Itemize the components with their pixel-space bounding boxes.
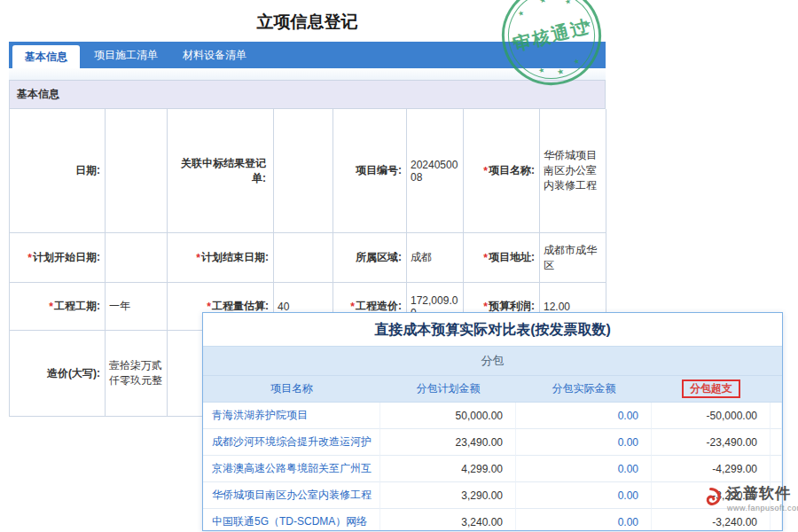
field-label-text: 日期: <box>75 163 100 178</box>
field-label-text: 项目编号: <box>356 163 402 178</box>
field-cost-in-words-label: 造价(大写): <box>10 331 106 417</box>
field-plan-start-date-label: *计划开始日期: <box>10 233 106 283</box>
tab-bar: 基本信息 项目施工清单 材料设备清单 <box>9 42 606 68</box>
required-asterisk: * <box>350 301 355 313</box>
required-asterisk: * <box>49 301 53 313</box>
column-header-actual-amount: 分包实际金额 <box>516 376 652 403</box>
cost-comparison-panel: 直接成本预算实际对比表(按发票取数) 分包 项目名称 分包计划金额 分包实际金额… <box>202 312 783 531</box>
actual-amount-link[interactable]: 0.00 <box>516 429 652 456</box>
field-project-number-value: 2024050008 <box>407 109 464 233</box>
field-project-name-label: *项目名称: <box>464 109 540 233</box>
plan-amount: 3,290.00 <box>380 482 516 509</box>
field-label-text: 所属区域: <box>356 250 402 265</box>
column-header-partial <box>771 376 782 403</box>
tab-construction-list[interactable]: 项目施工清单 <box>82 42 170 68</box>
plan-amount: 4,299.00 <box>380 456 516 482</box>
field-project-duration-label: *工程工期: <box>10 283 106 331</box>
page-title: 立项信息登记 <box>9 0 606 42</box>
field-label-text: 造价(大写): <box>47 366 100 381</box>
field-plan-start-date-value <box>106 233 168 283</box>
section-header-basic-info: 基本信息 <box>9 80 606 109</box>
field-plan-end-date-value <box>274 233 333 283</box>
tab-strip <box>9 68 606 80</box>
field-plan-end-date-label: *计划结束日期: <box>168 233 274 283</box>
plan-amount: 3,240.00 <box>380 509 516 531</box>
actual-amount-link[interactable]: 0.00 <box>516 403 652 429</box>
fanpusoft-watermark: 泛普软件 www.fanpusoft.com <box>699 483 798 512</box>
project-link[interactable]: 京港澳高速公路粤境韶关至广州互 <box>203 456 380 482</box>
fanpusoft-logo-icon <box>699 486 723 510</box>
project-link[interactable]: 成都沙河环境综合提升改造运河护 <box>203 429 380 456</box>
field-project-number-label: 项目编号: <box>333 109 407 233</box>
required-asterisk: * <box>27 252 32 264</box>
partial-cell <box>771 403 782 429</box>
column-header-project-name: 项目名称 <box>203 376 380 403</box>
field-label-text: 关联中标结果登记单: <box>175 156 266 186</box>
project-link[interactable]: 华侨城项目南区办公室内装修工程 <box>203 482 380 509</box>
actual-amount-link[interactable]: 0.00 <box>516 509 652 531</box>
plan-amount: 23,490.00 <box>380 429 516 456</box>
field-date-value <box>106 109 168 233</box>
required-asterisk: * <box>483 252 488 264</box>
field-bid-result-value <box>274 109 333 233</box>
column-header-plan-amount: 分包计划金额 <box>380 376 516 403</box>
tab-basic-info[interactable]: 基本信息 <box>12 45 80 68</box>
required-asterisk: * <box>207 301 211 313</box>
field-date-label: 日期: <box>10 109 106 233</box>
field-project-name-value: 华侨城项目南区办公室内装修工程 <box>540 109 606 233</box>
field-region-label: 所属区域: <box>333 233 407 283</box>
partial-cell <box>771 456 782 482</box>
project-link[interactable]: 青海洪湖养护院项目 <box>203 403 380 429</box>
highlight-box: 分包超支 <box>682 379 740 398</box>
group-header-subcontract: 分包 <box>203 346 782 376</box>
comparison-title: 直接成本预算实际对比表(按发票取数) <box>203 313 782 346</box>
comparison-table: 项目名称 分包计划金额 分包实际金额 分包超支 青海洪湖养护院项目 50,000… <box>203 376 782 531</box>
field-project-address-label: *项目地址: <box>464 233 540 283</box>
field-cost-in-words-value: 壹拾柒万贰仟零玖元整 <box>106 331 168 417</box>
overrun-amount: -4,299.00 <box>652 456 771 482</box>
required-asterisk: * <box>483 301 488 313</box>
field-label-text: 工程工期: <box>54 299 100 314</box>
column-header-overrun: 分包超支 <box>652 376 771 403</box>
field-label-text: 项目地址: <box>489 250 535 265</box>
field-bid-result-label: 关联中标结果登记单: <box>168 109 274 233</box>
required-asterisk: * <box>483 165 488 177</box>
tab-material-equipment-list[interactable]: 材料设备清单 <box>170 42 259 68</box>
field-project-address-value: 成都市成华区 <box>540 233 606 283</box>
plan-amount: 50,000.00 <box>380 403 516 429</box>
overrun-amount: -23,490.00 <box>652 429 771 456</box>
field-project-duration-value: 一年 <box>106 283 168 331</box>
field-label-text: 计划开始日期: <box>33 250 100 265</box>
field-label-text: 项目名称: <box>489 163 535 178</box>
actual-amount-link[interactable]: 0.00 <box>516 456 652 482</box>
brand-name: 泛普软件 <box>727 483 798 504</box>
field-region-value: 成都 <box>407 233 464 283</box>
actual-amount-link[interactable]: 0.00 <box>516 482 652 509</box>
field-label-text: 计划结束日期: <box>201 250 269 265</box>
overrun-amount: -50,000.00 <box>652 403 771 429</box>
brand-text: 泛普软件 www.fanpusoft.com <box>727 483 798 512</box>
project-link[interactable]: 中国联通5G（TD-SCDMA）网络 <box>203 509 380 531</box>
partial-cell <box>771 429 782 456</box>
brand-url: www.fanpusoft.com <box>727 504 798 512</box>
required-asterisk: * <box>196 252 200 264</box>
